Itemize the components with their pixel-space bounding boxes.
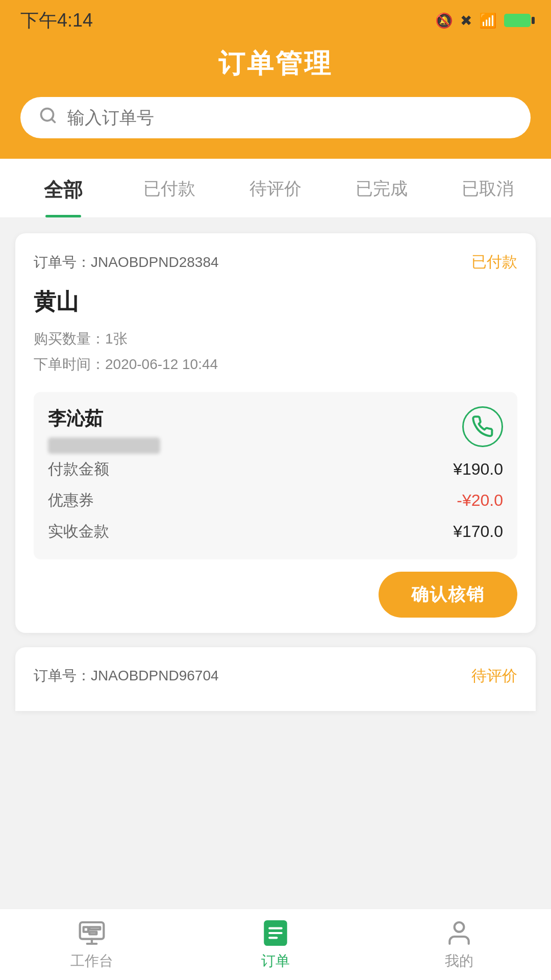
order-meta-1: 购买数量：1张 下单时间：2020-06-12 10:44 — [34, 326, 517, 378]
svg-rect-6 — [89, 927, 100, 929]
search-icon — [39, 106, 57, 129]
price-row-coupon: 优惠券 -¥20.0 — [48, 485, 503, 516]
workbench-icon — [78, 919, 106, 947]
price-row-actual: 实收金款 ¥170.0 — [48, 516, 503, 547]
order-time-1: 下单时间：2020-06-12 10:44 — [34, 352, 517, 377]
mute-icon: 🔕 — [435, 12, 453, 29]
tab-completed[interactable]: 已完成 — [329, 159, 435, 217]
svg-rect-7 — [89, 932, 96, 934]
order-number-2: 订单号：JNAOBDPND96704 — [34, 666, 219, 685]
tab-all[interactable]: 全部 — [10, 159, 116, 217]
order-card-header-1: 订单号：JNAOBDPND28384 已付款 — [34, 252, 517, 273]
header: 订单管理 — [0, 36, 551, 159]
order-card-header-2: 订单号：JNAOBDPND96704 待评价 — [34, 666, 517, 687]
nav-workbench-label: 工作台 — [70, 951, 113, 971]
actual-label: 实收金款 — [48, 521, 109, 542]
confirm-btn-row: 确认核销 — [34, 572, 517, 618]
customer-phone-blurred — [48, 437, 160, 454]
order-number-1: 订单号：JNAOBDPND28384 — [34, 253, 219, 272]
bottom-nav: 工作台 订单 我的 — [0, 909, 551, 980]
coupon-value: -¥20.0 — [457, 491, 503, 510]
search-bar[interactable] — [20, 97, 531, 138]
customer-box-1: 李沁茹 付款金额 ¥190.0 优惠券 -¥20.0 实收金款 ¥170 — [34, 392, 517, 559]
order-card-1: 订单号：JNAOBDPND28384 已付款 黄山 购买数量：1张 下单时间：2… — [15, 233, 536, 633]
status-time: 下午4:14 — [20, 8, 93, 33]
status-bar: 下午4:14 🔕 ✖ 📶 — [0, 0, 551, 36]
order-product-name-1: 黄山 — [34, 287, 517, 317]
customer-info: 李沁茹 — [48, 406, 160, 454]
customer-name-1: 李沁茹 — [48, 406, 160, 431]
customer-row-1: 李沁茹 — [48, 406, 503, 454]
svg-point-12 — [455, 922, 464, 932]
page-title: 订单管理 — [218, 46, 333, 82]
nav-order-label: 订单 — [261, 951, 290, 971]
payment-label: 付款金额 — [48, 459, 109, 480]
price-row-payment: 付款金额 ¥190.0 — [48, 454, 503, 485]
payment-value: ¥190.0 — [453, 460, 503, 479]
order-status-2: 待评价 — [471, 666, 517, 687]
order-status-1: 已付款 — [471, 252, 517, 273]
status-icons: 🔕 ✖ 📶 — [435, 12, 531, 29]
order-list: 订单号：JNAOBDPND28384 已付款 黄山 购买数量：1张 下单时间：2… — [0, 218, 551, 711]
nav-order[interactable]: 订单 — [184, 909, 367, 980]
battery-icon — [504, 14, 531, 27]
confirm-cancel-button[interactable]: 确认核销 — [379, 572, 517, 618]
nav-workbench[interactable]: 工作台 — [0, 909, 184, 980]
tab-pending-review[interactable]: 待评价 — [222, 159, 329, 217]
nav-mine[interactable]: 我的 — [367, 909, 551, 980]
signal-icon: ✖ — [460, 12, 472, 29]
actual-value: ¥170.0 — [453, 522, 503, 541]
mine-icon — [445, 919, 473, 947]
tab-paid[interactable]: 已付款 — [116, 159, 222, 217]
search-input[interactable] — [67, 108, 512, 128]
svg-line-1 — [52, 119, 55, 122]
order-quantity-1: 购买数量：1张 — [34, 326, 517, 352]
nav-mine-label: 我的 — [445, 951, 473, 971]
svg-rect-5 — [84, 927, 88, 932]
tab-cancelled[interactable]: 已取消 — [435, 159, 541, 217]
order-card-2: 订单号：JNAOBDPND96704 待评价 — [15, 647, 536, 711]
phone-call-button[interactable] — [462, 406, 503, 447]
wifi-icon: 📶 — [479, 12, 497, 29]
tabs-bar: 全部 已付款 待评价 已完成 已取消 — [0, 159, 551, 218]
order-icon — [261, 919, 290, 947]
coupon-label: 优惠券 — [48, 490, 94, 511]
